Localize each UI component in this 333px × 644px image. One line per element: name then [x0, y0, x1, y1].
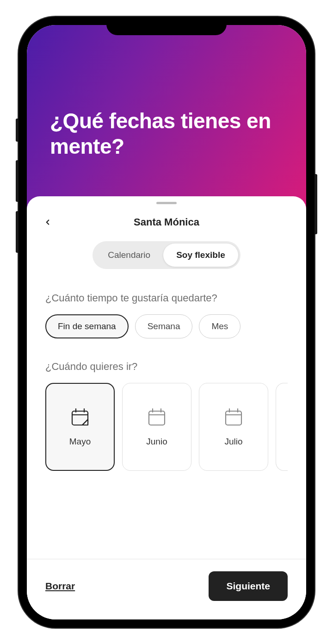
svg-rect-4: [149, 411, 165, 425]
month-label: Julio: [224, 437, 242, 447]
calendar-icon: [147, 407, 167, 427]
month-card-junio[interactable]: Junio: [122, 383, 191, 471]
calendar-icon: [70, 407, 90, 427]
power-button: [314, 174, 317, 234]
volume-up: [16, 160, 18, 202]
next-button[interactable]: Siguiente: [209, 571, 288, 601]
page-title: ¿Qué fechas tienes en mente?: [50, 108, 283, 159]
sheet-location-title: Santa Mónica: [41, 216, 292, 228]
month-label: Mayo: [69, 437, 91, 447]
mute-switch: [16, 119, 18, 142]
tab-calendar[interactable]: Calendario: [95, 244, 163, 267]
duration-week[interactable]: Semana: [135, 314, 193, 338]
phone-notch: [106, 17, 227, 35]
bottom-sheet: Santa Mónica Calendario Soy flexible ¿Cu…: [27, 196, 306, 619]
date-mode-tabs: Calendario Soy flexible: [92, 241, 240, 269]
duration-options: Fin de semana Semana Mes: [45, 314, 288, 338]
drag-handle[interactable]: [156, 202, 177, 204]
month-card-next-partial[interactable]: [276, 383, 288, 471]
month-scroll[interactable]: Mayo Junio: [45, 383, 288, 471]
back-icon[interactable]: [43, 216, 52, 229]
duration-label: ¿Cuánto tiempo te gustaría quedarte?: [45, 292, 288, 304]
volume-down: [16, 211, 18, 253]
calendar-icon: [223, 407, 244, 427]
duration-weekend[interactable]: Fin de semana: [45, 314, 129, 338]
gradient-header: ¿Qué fechas tienes en mente?: [27, 25, 306, 210]
duration-month[interactable]: Mes: [199, 314, 240, 338]
sheet-content: ¿Cuánto tiempo te gustaría quedarte? Fin…: [27, 292, 306, 559]
tab-flexible[interactable]: Soy flexible: [163, 244, 238, 267]
clear-button[interactable]: Borrar: [45, 581, 75, 592]
sheet-header: Santa Mónica: [27, 213, 306, 241]
month-label: Junio: [146, 437, 167, 447]
month-card-mayo[interactable]: Mayo: [45, 383, 115, 471]
sheet-footer: Borrar Siguiente: [27, 559, 306, 619]
phone-screen: ¿Qué fechas tienes en mente? Santa Mónic…: [27, 25, 306, 619]
phone-frame: ¿Qué fechas tienes en mente? Santa Mónic…: [18, 17, 314, 628]
svg-rect-8: [226, 411, 241, 425]
month-card-julio[interactable]: Julio: [199, 383, 268, 471]
when-label: ¿Cuándo quieres ir?: [45, 361, 288, 373]
